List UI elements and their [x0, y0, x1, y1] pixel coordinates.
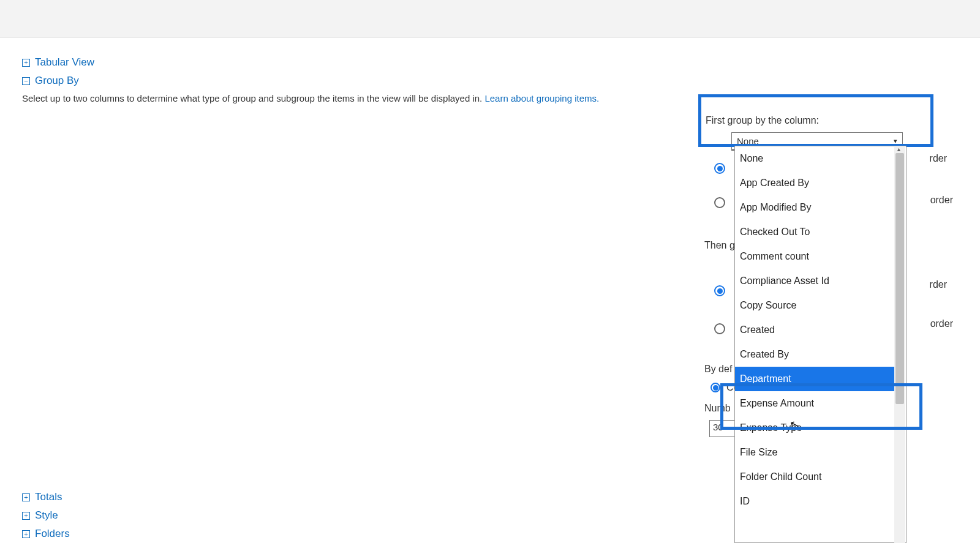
- order-text: rder: [930, 279, 947, 290]
- desc-text: Select up to two columns to determine wh…: [22, 93, 484, 103]
- scroll-thumb[interactable]: [895, 153, 904, 404]
- dropdown-option[interactable]: App Created By: [735, 171, 895, 195]
- order-text: order: [930, 195, 953, 206]
- dropdown-option[interactable]: Created: [735, 318, 895, 342]
- plus-icon: +: [22, 512, 30, 520]
- section-title-groupby: Group By: [35, 75, 79, 87]
- dropdown-option[interactable]: None: [735, 146, 895, 171]
- dropdown-option[interactable]: Expense Type: [735, 416, 895, 440]
- dropdown-option[interactable]: Compliance Asset Id: [735, 269, 895, 293]
- section-style[interactable]: + Style: [22, 509, 70, 522]
- top-ribbon-bar: [0, 0, 980, 38]
- section-title-totals: Totals: [35, 491, 62, 503]
- section-totals[interactable]: + Totals: [22, 491, 70, 503]
- dropdown-option[interactable]: App Modified By: [735, 195, 895, 220]
- first-group-wrap: First group by the column: None ▾: [698, 37, 956, 151]
- then-group-label-partial: Then g: [704, 240, 735, 251]
- dropdown-option[interactable]: Comment count: [735, 244, 895, 269]
- section-title-folders: Folders: [35, 528, 70, 540]
- dropdown-option[interactable]: ID: [735, 489, 895, 514]
- dropdown-option[interactable]: Folder Child Count: [735, 465, 895, 489]
- dropdown-option[interactable]: File Size: [735, 440, 895, 465]
- scroll-up-icon: ▲: [896, 146, 902, 152]
- radio-descending-second[interactable]: [714, 323, 725, 334]
- plus-icon: +: [22, 493, 30, 501]
- dropdown-scrollbar[interactable]: ▲: [894, 147, 905, 543]
- chevron-down-icon: ▾: [894, 137, 897, 145]
- plus-icon: +: [22, 530, 30, 538]
- section-title-tabular: Tabular View: [35, 56, 94, 69]
- dropdown-option[interactable]: Copy Source: [735, 293, 895, 318]
- dropdown-option[interactable]: Expense Amount: [735, 391, 895, 416]
- plus-icon: +: [22, 59, 30, 67]
- first-group-label: First group by the column:: [706, 115, 956, 126]
- radio-ascending-second[interactable]: [714, 285, 725, 296]
- collapsed-sections: + Totals + Style + Folders: [22, 491, 70, 546]
- section-folders[interactable]: + Folders: [22, 528, 70, 540]
- section-title-style: Style: [35, 509, 58, 522]
- radio-ascending-first[interactable]: [714, 163, 725, 174]
- radio-descending-first[interactable]: [714, 197, 725, 208]
- select-display-value: None: [737, 136, 759, 146]
- minus-icon: −: [22, 77, 30, 85]
- order-text: rder: [930, 153, 947, 164]
- first-group-dropdown[interactable]: ▲ NoneApp Created ByApp Modified ByCheck…: [734, 146, 907, 543]
- order-text: order: [930, 318, 953, 329]
- learn-link[interactable]: Learn about grouping items.: [484, 93, 599, 103]
- number-label-partial: Numb: [704, 403, 731, 414]
- dropdown-option[interactable]: Department: [735, 367, 895, 391]
- radio-collapsed-default[interactable]: [710, 383, 720, 392]
- dropdown-option[interactable]: Created By: [735, 342, 895, 367]
- by-default-label-partial: By def: [704, 364, 732, 375]
- dropdown-option[interactable]: Checked Out To: [735, 220, 895, 244]
